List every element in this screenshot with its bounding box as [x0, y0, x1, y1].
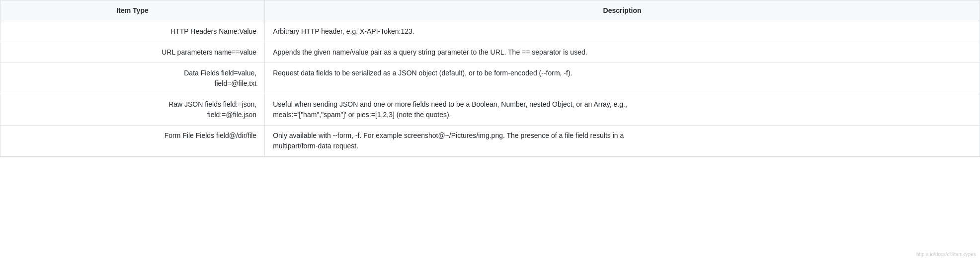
table-row: Data Fields field=value,field=@file.txtR…	[0, 63, 980, 94]
table-row: Raw JSON fields field:=json,field:=@file…	[0, 94, 980, 126]
item-type-cell-2: Data Fields field=value,field=@file.txt	[0, 63, 265, 94]
item-type-cell-0: HTTP Headers Name:Value	[0, 21, 265, 42]
col-header-description: Description	[265, 0, 980, 21]
item-type-cell-4: Form File Fields field@/dir/file	[0, 126, 265, 157]
desc-cell-4: Only available with --form, -f. For exam…	[265, 126, 980, 157]
item-type-cell-1: URL parameters name==value	[0, 42, 265, 63]
table-row: HTTP Headers Name:ValueArbitrary HTTP he…	[0, 21, 980, 42]
desc-cell-2: Request data fields to be serialized as …	[265, 63, 980, 94]
table-row: URL parameters name==valueAppends the gi…	[0, 42, 980, 63]
desc-cell-3: Useful when sending JSON and one or more…	[265, 94, 980, 126]
desc-cell-0: Arbitrary HTTP header, e.g. X-API-Token:…	[265, 21, 980, 42]
desc-cell-1: Appends the given name/value pair as a q…	[265, 42, 980, 63]
col-header-item-type: Item Type	[0, 0, 265, 21]
item-type-cell-3: Raw JSON fields field:=json,field:=@file…	[0, 94, 265, 126]
item-type-table: Item Type Description HTTP Headers Name:…	[0, 0, 980, 157]
table-row: Form File Fields field@/dir/fileOnly ava…	[0, 126, 980, 157]
